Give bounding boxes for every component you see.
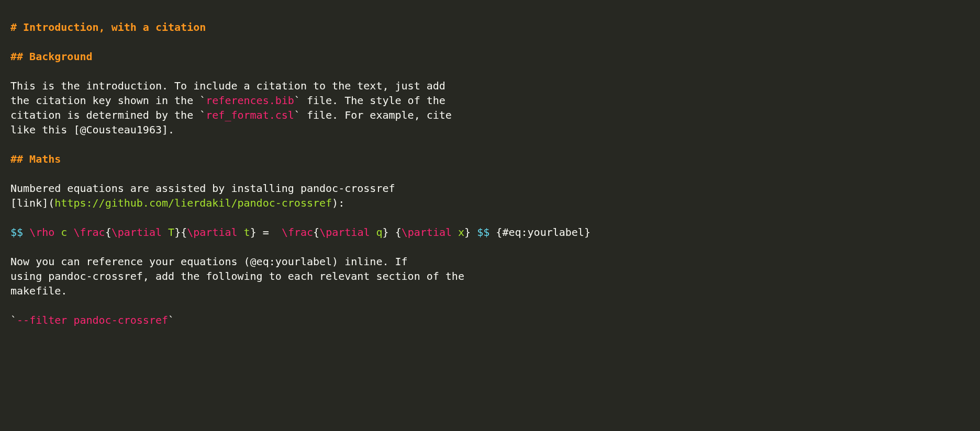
backtick: ` (294, 109, 300, 121)
tex-arg: x (458, 226, 464, 239)
math-delim-close: $$ (477, 226, 489, 239)
eq-label: {#eq:yourlabel} (489, 226, 591, 239)
link-url: https://github.com/lierdakil/pandoc-cros… (54, 197, 332, 209)
inline-code: ref_format.csl (206, 109, 294, 121)
tex-cmd: \frac (282, 226, 313, 239)
tex-cmd: \rho (29, 226, 54, 239)
text-line: file. The style of the (300, 94, 446, 107)
backtick: ` (199, 94, 206, 107)
brace: } (464, 226, 477, 239)
brace: } { (383, 226, 402, 239)
heading-h1: # Introduction, with a citation (10, 21, 206, 33)
code-editor[interactable]: # Introduction, with a citation ## Backg… (0, 0, 980, 338)
text-line: the citation key shown in the (10, 94, 199, 107)
inline-code: references.bib (206, 94, 294, 107)
heading-h2-maths: ## Maths (10, 153, 61, 165)
text-line: citation is determined by the (10, 109, 199, 121)
math-space (23, 226, 29, 239)
text-line: using pandoc-crossref, add the following… (10, 270, 464, 282)
tex-cmd: \partial (187, 226, 243, 239)
backtick: ` (294, 94, 300, 107)
heading-h2-background: ## Background (10, 50, 93, 63)
text-line: ): (332, 197, 344, 209)
text-line: Numbered equations are assisted by insta… (10, 182, 395, 195)
math-space (67, 226, 73, 239)
text-line: Now you can reference your equations (@e… (10, 255, 408, 268)
tex-arg: T (168, 226, 174, 239)
tex-arg: q (376, 226, 383, 239)
tex-cmd: \partial (112, 226, 168, 239)
brace: { (313, 226, 319, 239)
tex-arg: t (244, 226, 250, 239)
math-space (54, 226, 61, 239)
backtick: ` (10, 314, 17, 326)
math-text: } = (250, 226, 282, 239)
tex-cmd: \partial (402, 226, 458, 239)
backtick: ` (199, 109, 206, 121)
math-delim-open: $$ (10, 226, 23, 239)
brace: }{ (174, 226, 187, 239)
tex-cmd: \partial (319, 226, 376, 239)
text-line: file. For example, cite (300, 109, 452, 121)
tex-cmd: \frac (73, 226, 105, 239)
backtick: ` (168, 314, 174, 326)
brace: { (105, 226, 112, 239)
text-line: like this [@Cousteau1963]. (10, 123, 174, 136)
tex-arg: c (61, 226, 67, 239)
link-text: [link]( (10, 197, 54, 209)
text-line: This is the introduction. To include a c… (10, 80, 446, 92)
inline-code: --filter pandoc-crossref (17, 314, 168, 326)
text-line: makefile. (10, 285, 67, 297)
